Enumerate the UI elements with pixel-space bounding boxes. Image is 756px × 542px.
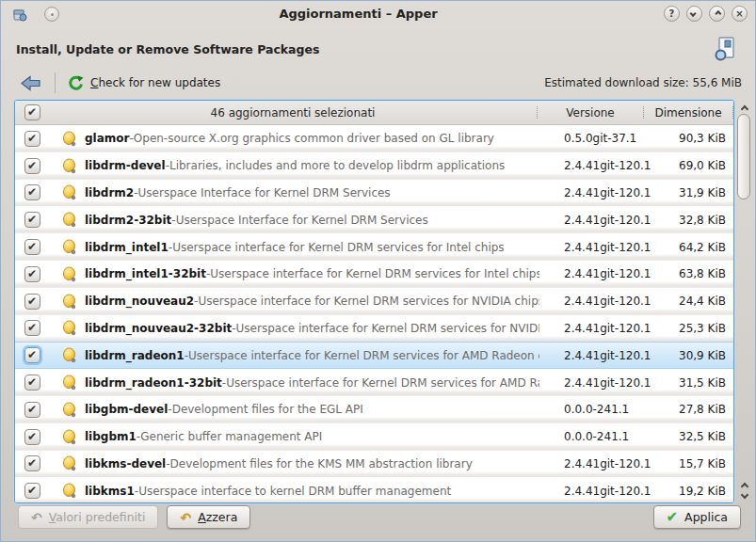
package-name: libdrm_radeon1	[85, 349, 185, 362]
select-all-checkbox[interactable]	[24, 104, 40, 120]
row-checkbox[interactable]	[24, 455, 40, 471]
apper-app-icon[interactable]	[12, 7, 27, 22]
package-icon	[61, 212, 77, 228]
version-cell: 2.4.41git-120.1	[539, 376, 645, 390]
scrollbar-thumb[interactable]	[737, 114, 750, 199]
column-resize-handle[interactable]	[732, 106, 733, 119]
package-name: glamor	[85, 132, 129, 145]
row-checkbox[interactable]	[24, 184, 40, 200]
package-description: Userspace interface for Kernel DRM servi…	[188, 349, 539, 362]
back-button[interactable]	[16, 73, 45, 93]
package-row[interactable]: libdrm_radeon1-32bit - Userspace interfa…	[15, 369, 733, 396]
table-header: 46 aggiornamenti selezionati Versione Di…	[15, 101, 733, 125]
row-checkbox[interactable]	[24, 320, 40, 336]
size-cell: 19,2 KiB	[645, 485, 733, 498]
close-button[interactable]: ×	[732, 6, 748, 22]
package-icon	[61, 266, 77, 282]
package-list: glamor - Open-source X.org graphics comm…	[15, 125, 733, 503]
size-cell: 31,9 KiB	[645, 186, 733, 199]
scroll-down-button[interactable]	[736, 490, 752, 502]
version-cell: 0.0.0-241.1	[539, 430, 645, 443]
chevron-up-icon	[740, 104, 748, 112]
package-row[interactable]: libdrm_radeon1 - Userspace interface for…	[15, 342, 733, 369]
package-description: Open-source X.org graphics common driver…	[134, 132, 494, 145]
package-description: Development files for the KMS MM abstrac…	[170, 457, 473, 470]
package-icon	[61, 131, 77, 147]
size-cell: 15,7 KiB	[645, 457, 733, 470]
package-name: libdrm_nouveau2	[85, 295, 194, 308]
package-icon	[61, 347, 77, 363]
row-checkbox[interactable]	[24, 158, 40, 174]
titlebar[interactable]: Aggiornamenti – Apper ? ×	[1, 1, 755, 24]
updates-table: 46 aggiornamenti selezionati Versione Di…	[14, 100, 734, 503]
row-checkbox[interactable]	[24, 266, 40, 282]
package-description: Userspace interface for Kernel DRM servi…	[210, 267, 539, 280]
toolbar: Check for new updates Estimated download…	[1, 66, 755, 96]
package-icon	[61, 239, 77, 255]
row-checkbox[interactable]	[24, 294, 40, 310]
size-cell: 64,2 KiB	[645, 241, 733, 254]
size-cell: 25,3 KiB	[645, 322, 733, 335]
minimize-button[interactable]	[686, 6, 702, 22]
row-checkbox[interactable]	[24, 347, 40, 363]
package-row[interactable]: libgbm1 - Generic buffer management API …	[15, 423, 733, 451]
package-name: libdrm_intel1	[85, 241, 169, 254]
package-name: libdrm_intel1-32bit	[85, 267, 206, 280]
package-name: libdrm2	[85, 186, 134, 199]
package-row[interactable]: libdrm_intel1 - Userspace interface for …	[15, 233, 733, 261]
package-icon	[61, 429, 77, 445]
help-icon: ?	[669, 8, 675, 19]
package-description: Userspace interface for Kernel DRM servi…	[172, 241, 504, 254]
package-row[interactable]: glamor - Open-source X.org graphics comm…	[15, 125, 733, 152]
package-name: libgbm-devel	[85, 403, 168, 416]
version-cell: 2.4.41git-120.1	[539, 349, 645, 362]
reset-button-label: Azzera	[198, 510, 237, 524]
defaults-button[interactable]: ↶ Valori predefiniti	[18, 505, 158, 529]
toolbar-separator	[55, 72, 56, 93]
package-row[interactable]: libdrm2-32bit - Userspace Interface for …	[15, 206, 733, 233]
scroll-up-button[interactable]	[736, 101, 752, 113]
check-updates-label: Check for new updates	[90, 76, 220, 89]
footer: ↶ Valori predefiniti ↶ Azzera ✔ Applica	[18, 505, 741, 529]
vertical-scrollbar[interactable]	[736, 101, 752, 502]
maximize-button[interactable]	[709, 6, 725, 22]
package-icon	[61, 294, 77, 310]
row-checkbox[interactable]	[24, 402, 40, 418]
package-row[interactable]: libkms1 - Userspace interface to kernel …	[15, 477, 733, 503]
package-row[interactable]: libdrm_nouveau2 - Userspace interface fo…	[15, 288, 733, 315]
package-name: libkms1	[85, 485, 135, 498]
package-row[interactable]: libdrm_intel1-32bit - Userspace interfac…	[15, 261, 733, 288]
help-button[interactable]: ?	[664, 6, 680, 22]
row-checkbox[interactable]	[24, 429, 40, 445]
size-cell: 63,8 KiB	[645, 267, 733, 280]
reset-button[interactable]: ↶ Azzera	[167, 505, 250, 529]
chevron-up-icon	[715, 10, 721, 17]
package-icon	[61, 184, 77, 200]
package-name: libkms-devel	[85, 457, 166, 470]
row-checkbox[interactable]	[24, 239, 40, 255]
column-header-version[interactable]: Versione	[538, 106, 643, 120]
package-row[interactable]: libdrm-devel - Libraries, includes and m…	[15, 152, 733, 180]
package-row[interactable]: libdrm_nouveau2-32bit - Userspace interf…	[15, 315, 733, 343]
row-checkbox[interactable]	[24, 375, 40, 391]
row-checkbox[interactable]	[24, 483, 40, 499]
apply-button[interactable]: ✔ Applica	[653, 505, 741, 529]
scroll-up-button-bottom[interactable]	[736, 478, 752, 490]
package-row[interactable]: libdrm2 - Userspace Interface for Kernel…	[15, 180, 733, 207]
package-description: Userspace Interface for Kernel DRM Servi…	[176, 214, 428, 227]
package-description: Userspace interface to kernel DRM buffer…	[138, 485, 451, 498]
package-row[interactable]: libkms-devel - Development files for the…	[15, 451, 733, 478]
page-title: Install, Update or Remove Software Packa…	[16, 42, 319, 56]
package-name: libdrm_nouveau2-32bit	[85, 322, 232, 335]
package-name: libgbm1	[85, 430, 137, 443]
package-row[interactable]: libgbm-devel - Development files for the…	[15, 396, 733, 423]
column-header-selection[interactable]: 46 aggiornamenti selezionati	[49, 106, 537, 120]
row-checkbox[interactable]	[24, 212, 40, 228]
column-header-size[interactable]: Dimensione	[644, 106, 732, 120]
version-cell: 2.4.41git-120.1	[539, 322, 645, 335]
keep-above-button[interactable]	[44, 7, 59, 22]
package-description: Generic buffer management API	[140, 430, 322, 443]
package-icon	[61, 483, 77, 499]
check-updates-button[interactable]: Check for new updates	[64, 73, 224, 93]
row-checkbox[interactable]	[24, 131, 40, 147]
